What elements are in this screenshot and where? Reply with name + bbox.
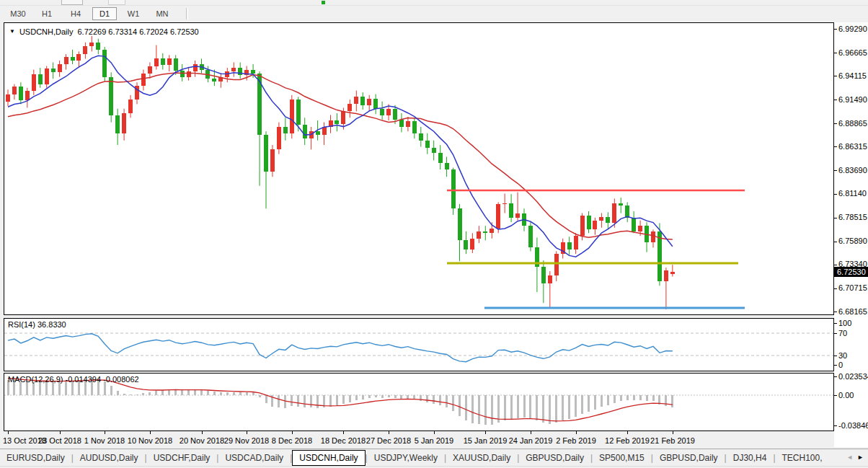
date-tick-mark: [105, 431, 105, 434]
rsi-label: RSI(14) 36.8330: [8, 320, 66, 329]
date-tick-label: 27 Dec 2018: [366, 436, 411, 445]
macd-scale-label: -0.038466: [838, 422, 868, 430]
date-tick-mark: [627, 431, 628, 434]
chart-tab-xauusd-daily[interactable]: XAUUSD,Daily: [446, 451, 517, 465]
macd-tick-mark: [834, 395, 837, 396]
rsi-tick-mark: [834, 333, 837, 334]
price-tick-label: 6.96665: [838, 49, 867, 57]
macd-label: MACD(12,26,9) -0.014394 -0.008062: [8, 375, 139, 384]
price-tick-mark: [834, 29, 837, 30]
price-tick-label: 6.94115: [838, 72, 867, 80]
price-tick-mark: [834, 76, 837, 76]
chart-tab-gbpusd-daily[interactable]: GBPUSD,Daily: [519, 451, 590, 465]
chart-tab-dj30-h4[interactable]: DJ30,H4: [727, 451, 774, 465]
date-tick-mark: [343, 431, 344, 434]
price-tick-label: 6.83690: [838, 167, 867, 175]
date-tick-mark: [673, 431, 673, 434]
timeframe-button-H4[interactable]: H4: [63, 7, 88, 20]
price-tick-label: 6.68165: [838, 308, 867, 316]
trading-platform-window: M30H1H4D1W1MN ▼ USDCNH,Daily 6.72269 6.7…: [0, 0, 868, 468]
toolbar-icon-fragment: [322, 1, 325, 4]
timeframe-toolbar: M30H1H4D1W1MN: [0, 6, 868, 22]
price-tick-mark: [834, 242, 837, 242]
date-tick-mark: [531, 431, 531, 434]
date-tick-label: 24 Jan 2019: [509, 436, 553, 445]
date-tick-mark: [389, 431, 389, 434]
macd-scale-label: 0.023534: [838, 373, 868, 381]
chart-tab-usdcad-daily[interactable]: USDCAD,Daily: [218, 451, 290, 465]
date-tick-label: 20 Nov 2018: [180, 436, 224, 445]
macd-tick-mark: [834, 376, 837, 377]
chart-symbol-label: USDCNH,Daily: [19, 27, 74, 36]
price-tick-label: 6.70715: [838, 284, 867, 292]
price-tick-mark: [834, 100, 837, 100]
date-tick-label: 29 Nov 2018: [224, 436, 269, 445]
candlestick-chart-canvas[interactable]: [4, 23, 833, 314]
macd-tick-mark: [834, 425, 837, 426]
chart-tab-usdcnh-daily[interactable]: USDCNH,Daily: [292, 450, 365, 466]
price-scale-column[interactable]: [834, 22, 868, 447]
date-tick-mark: [150, 431, 151, 434]
price-tick-label: 6.88865: [838, 120, 867, 128]
timeframe-button-W1[interactable]: W1: [121, 7, 146, 20]
date-tick-label: 5 Jan 2019: [415, 436, 453, 445]
price-tick-label: 6.73340: [838, 260, 867, 268]
price-tick-mark: [834, 312, 837, 312]
price-tick-label: 6.75890: [838, 237, 867, 245]
chart-title: ▼ USDCNH,Daily 6.72269 6.73314 6.72024 6…: [9, 27, 199, 36]
price-chart-panel[interactable]: [4, 22, 834, 315]
chart-tab-eurusd-daily[interactable]: EURUSD,Daily: [0, 451, 71, 465]
date-tick-label: 1 Nov 2018: [84, 436, 125, 445]
date-tick-mark: [576, 431, 577, 434]
tab-scroll-arrows: ◄►: [846, 454, 868, 461]
timeframe-button-H1[interactable]: H1: [35, 7, 59, 20]
date-tick-label: 23 Oct 2018: [38, 436, 81, 445]
rsi-indicator-panel[interactable]: [4, 318, 834, 371]
scroll-left-icon[interactable]: ◄: [846, 454, 853, 461]
date-tick-mark: [202, 431, 203, 434]
date-tick-mark: [292, 431, 293, 434]
price-tick-mark: [834, 194, 837, 195]
price-tick-label: 6.99290: [838, 25, 867, 33]
price-tick-mark: [834, 218, 837, 218]
rsi-tick-mark: [834, 365, 837, 366]
chart-tab-bar: EURUSD,Daily|AUDUSD,Daily|USDCHF,Daily|U…: [0, 449, 868, 466]
rsi-tick-mark: [834, 323, 837, 324]
chart-tab-usdjpy-weekly[interactable]: USDJPY,Weekly: [368, 451, 444, 465]
scroll-right-icon[interactable]: ►: [857, 454, 864, 461]
price-tick-label: 6.78515: [838, 213, 867, 221]
date-tick-label: 8 Dec 2018: [272, 436, 312, 445]
ohlc-values: 6.72269 6.73314 6.72024 6.72530: [77, 27, 198, 36]
price-tick-mark: [834, 170, 837, 171]
date-tick-label: 15 Jan 2019: [464, 436, 508, 445]
price-tick-mark: [834, 146, 837, 147]
chart-tab-audusd-daily[interactable]: AUDUSD,Daily: [74, 451, 145, 465]
toolbar-separator: [186, 8, 188, 19]
date-tick-label: 12 Feb 2019: [605, 436, 650, 445]
chart-tab-sp500-m15[interactable]: SP500,M15: [593, 451, 651, 465]
date-tick-label: 2 Feb 2019: [556, 436, 596, 445]
rsi-canvas[interactable]: [4, 319, 833, 371]
rsi-scale-label: 0: [838, 361, 843, 369]
timeframe-button-D1[interactable]: D1: [92, 7, 117, 20]
rsi-scale-label: 100: [838, 319, 851, 327]
chevron-down-icon[interactable]: ▼: [9, 29, 15, 35]
date-tick-label: 21 Feb 2019: [650, 436, 695, 445]
price-tick-label: 6.86315: [838, 143, 867, 151]
timeframe-button-M30[interactable]: M30: [6, 7, 30, 20]
chart-tab-tech100-[interactable]: TECH100,: [776, 451, 829, 465]
rsi-scale-label: 70: [838, 330, 847, 337]
rsi-scale-label: 30: [838, 352, 847, 360]
rsi-tick-mark: [834, 356, 837, 356]
price-tick-label: 6.91490: [838, 96, 867, 104]
toolbar-button-fragment: [108, 0, 125, 5]
chart-tab-usdchf-daily[interactable]: USDCHF,Daily: [147, 451, 217, 465]
date-tick-label: 18 Dec 2018: [321, 436, 366, 445]
date-tick-mark: [485, 431, 486, 434]
date-tick-mark: [247, 431, 247, 434]
chart-tab-gbpusd-daily[interactable]: GBPUSD,Daily: [653, 451, 725, 465]
date-tick-mark: [434, 431, 435, 434]
timeframe-button-MN[interactable]: MN: [150, 7, 174, 20]
price-tick-mark: [834, 288, 837, 289]
price-tick-label: 6.81140: [838, 190, 867, 198]
